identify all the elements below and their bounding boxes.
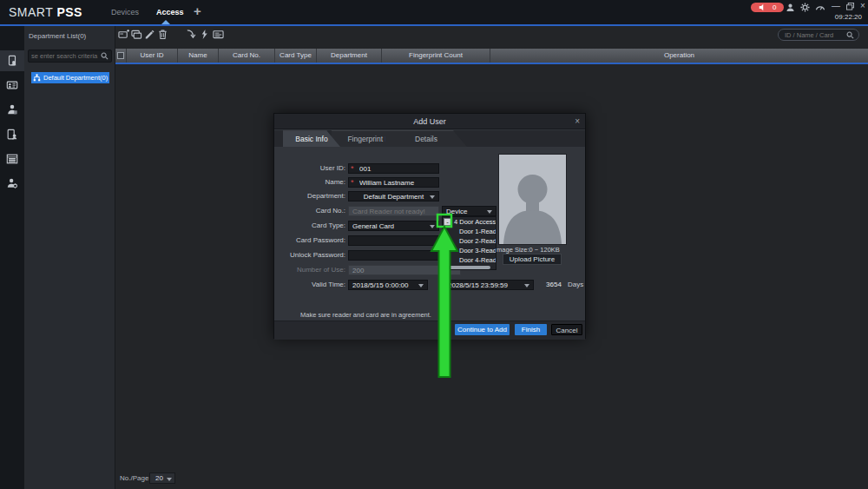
search-icon bbox=[846, 31, 854, 39]
tab-devices[interactable]: Devices bbox=[111, 8, 139, 17]
device-select[interactable]: Device bbox=[442, 206, 496, 216]
dialog-title: Add User bbox=[274, 114, 585, 129]
valid-days-value: 3654 bbox=[542, 280, 566, 290]
close-button[interactable]: × bbox=[857, 1, 868, 11]
department-search-box[interactable] bbox=[28, 50, 112, 63]
department-list-title: Department List(0) bbox=[29, 32, 86, 40]
department-item-label: Default Department(0) bbox=[43, 74, 108, 82]
name-field[interactable] bbox=[348, 177, 439, 188]
smartpss-window: SMART PSS Devices Access + 0 — × 09:22:2… bbox=[0, 0, 868, 489]
nav-id-card-icon[interactable] bbox=[0, 75, 24, 96]
minimize-button[interactable]: — bbox=[830, 1, 842, 11]
image-size-hint: Image Size:0 ~ 120KB bbox=[495, 246, 573, 254]
user-search-input[interactable] bbox=[779, 31, 846, 39]
valid-to-picker[interactable]: 2028/5/15 23:59:59 bbox=[444, 280, 534, 290]
reader-note: Make sure reader and card are in agreeme… bbox=[300, 311, 431, 319]
name-label: Name: bbox=[274, 177, 345, 188]
nav-schedule-icon[interactable] bbox=[0, 149, 24, 169]
brand-smart: SMART bbox=[9, 5, 53, 19]
department-select-value: Default Department bbox=[364, 193, 424, 201]
dialog-tab-bar: Basic Info Fingerprint Info Details bbox=[274, 130, 585, 147]
issue-card-icon[interactable] bbox=[199, 29, 210, 40]
column-name[interactable]: Name bbox=[178, 49, 219, 63]
nav-user-icon[interactable] bbox=[0, 99, 24, 120]
maximize-button[interactable] bbox=[844, 1, 856, 11]
tree-collapse-toggle[interactable]: - bbox=[444, 218, 451, 226]
department-item-default[interactable]: Default Department(0) bbox=[31, 72, 109, 83]
page-size-select[interactable]: 20 bbox=[149, 472, 175, 484]
new-tab-button[interactable]: + bbox=[194, 3, 201, 18]
number-of-use-label: Number of Use: bbox=[274, 265, 345, 275]
delete-icon[interactable] bbox=[157, 29, 168, 40]
column-card-no[interactable]: Card No. bbox=[219, 49, 275, 63]
gauge-icon[interactable] bbox=[815, 3, 825, 12]
dialog-footer: Continue to Add Finish Cancel bbox=[274, 320, 585, 340]
card-password-label: Card Password: bbox=[274, 235, 345, 246]
device-tree-item[interactable]: Door 3-Reade bbox=[443, 246, 496, 255]
continue-to-add-button[interactable]: Continue to Add bbox=[455, 324, 510, 335]
checkbox-icon bbox=[117, 52, 124, 59]
chevron-down-icon bbox=[524, 284, 529, 287]
days-label: Days bbox=[568, 280, 583, 290]
account-icon[interactable] bbox=[786, 3, 795, 12]
upload-picture-button[interactable]: Upload Picture bbox=[503, 254, 562, 265]
page-size-value: 20 bbox=[155, 474, 163, 482]
chevron-down-icon bbox=[418, 284, 424, 287]
speaker-icon bbox=[759, 3, 766, 11]
left-icon-rail bbox=[0, 26, 24, 489]
extract-info-icon[interactable] bbox=[186, 29, 197, 40]
dialog-titlebar: Add User × bbox=[274, 114, 585, 129]
chevron-down-icon bbox=[430, 225, 435, 228]
valid-from-picker[interactable]: 2018/5/15 0:00:00 bbox=[348, 280, 428, 290]
nav-console-icon[interactable] bbox=[0, 50, 24, 71]
chevron-down-icon bbox=[430, 195, 435, 199]
tab-details[interactable]: Details bbox=[385, 130, 467, 147]
user-table-header: User ID Name Card No. Card Type Departme… bbox=[115, 49, 868, 63]
column-user-id[interactable]: User ID bbox=[127, 49, 178, 63]
column-department[interactable]: Department bbox=[317, 49, 382, 63]
org-tree-icon bbox=[33, 74, 41, 82]
gear-icon[interactable] bbox=[800, 3, 810, 12]
user-id-field[interactable] bbox=[348, 163, 439, 174]
unlock-password-label: Unlock Password: bbox=[274, 250, 345, 261]
batch-add-icon[interactable] bbox=[131, 29, 142, 40]
department-search-input[interactable] bbox=[29, 52, 101, 60]
device-tree-root[interactable]: - 4 Door Access C bbox=[443, 217, 496, 227]
select-all-checkbox[interactable] bbox=[115, 49, 127, 63]
card-type-select[interactable]: General Card bbox=[348, 221, 439, 231]
horizontal-scrollbar[interactable] bbox=[444, 266, 490, 269]
card-type-label: Card Type: bbox=[274, 221, 345, 231]
column-fingerprint-count[interactable]: Fingerprint Count bbox=[382, 49, 490, 63]
department-panel: Department List(0) Default Department(0) bbox=[24, 26, 115, 489]
finish-button[interactable]: Finish bbox=[515, 324, 547, 335]
column-operation[interactable]: Operation bbox=[490, 49, 868, 63]
valid-to-value: 2028/5/15 23:59:59 bbox=[448, 281, 508, 289]
add-user-dialog: Add User × Basic Info Fingerprint Info D… bbox=[273, 113, 586, 339]
accent-divider bbox=[0, 24, 868, 26]
card-info-icon[interactable] bbox=[213, 29, 224, 40]
department-select[interactable]: Default Department bbox=[348, 191, 439, 202]
nav-door-permission-icon[interactable] bbox=[0, 124, 24, 145]
dialog-close-icon[interactable]: × bbox=[575, 114, 580, 129]
device-select-value: Device bbox=[446, 208, 467, 215]
chevron-down-icon bbox=[167, 478, 172, 481]
nav-admin-user-icon[interactable] bbox=[0, 173, 24, 194]
card-no-field bbox=[348, 206, 439, 216]
cancel-button[interactable]: Cancel bbox=[551, 324, 582, 335]
page-size-label: No./Page bbox=[120, 474, 148, 482]
valid-from-value: 2018/5/15 0:00:00 bbox=[352, 281, 409, 289]
user-search-box[interactable] bbox=[778, 29, 859, 41]
column-card-type[interactable]: Card Type bbox=[275, 49, 317, 63]
app-logo: SMART PSS bbox=[9, 5, 82, 19]
search-icon bbox=[101, 52, 108, 60]
add-user-icon[interactable] bbox=[118, 29, 129, 40]
device-tree-item[interactable]: Door 4-Reade bbox=[443, 255, 496, 265]
tab-access[interactable]: Access bbox=[156, 8, 184, 17]
device-tree-item[interactable]: Door 1-Reade bbox=[443, 227, 496, 236]
edit-icon[interactable] bbox=[144, 29, 155, 40]
device-tree-item[interactable]: Door 2-Reade bbox=[443, 236, 496, 246]
titlebar: SMART PSS Devices Access + 0 — × 09:22:2… bbox=[0, 0, 868, 24]
department-label: Department: bbox=[274, 191, 345, 202]
alarm-badge[interactable]: 0 bbox=[751, 3, 784, 12]
clock: 09:22:20 bbox=[835, 13, 862, 21]
